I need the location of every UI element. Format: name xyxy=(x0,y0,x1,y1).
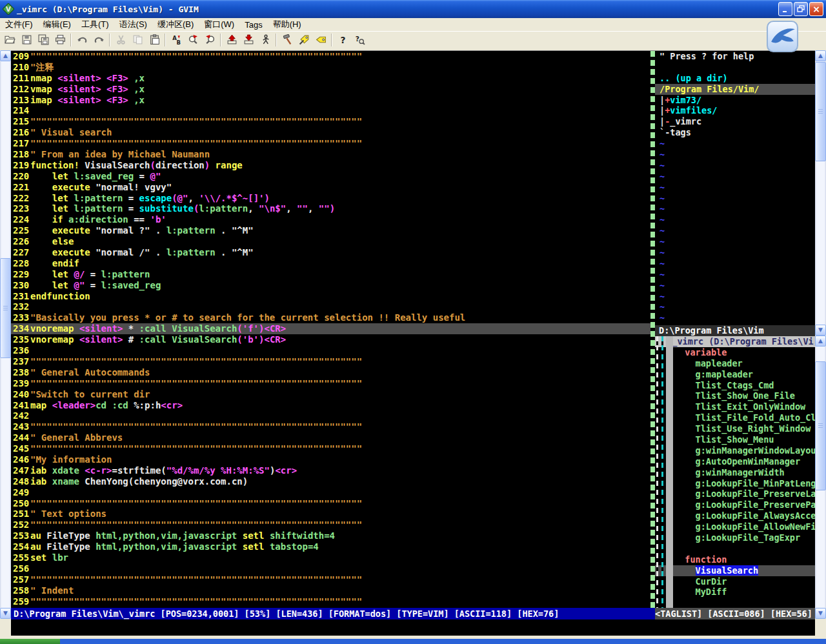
menu-item-1[interactable]: 编辑(E) xyxy=(38,17,76,32)
editor-line[interactable]: 232 xyxy=(11,301,650,312)
taglist-line[interactable] xyxy=(655,543,815,554)
taglist-line[interactable]: VisualSearch xyxy=(655,565,815,576)
menu-item-2[interactable]: 工具(T) xyxy=(76,17,114,32)
build-tags-button[interactable] xyxy=(296,32,312,48)
scroll-up-button[interactable]: ▲ xyxy=(815,50,826,61)
editor-line[interactable]: 237"""""""""""""""""""""""""""""""""""""… xyxy=(11,356,650,367)
taglist-line[interactable]: g:LookupFile_AllowNewFi xyxy=(655,521,815,532)
find-prev-button[interactable] xyxy=(201,32,218,48)
minimize-button[interactable] xyxy=(778,2,792,16)
taglist-line[interactable]: function xyxy=(655,554,815,565)
editor-line[interactable]: 245"""""""""""""""""""""""""""""""""""""… xyxy=(11,443,650,454)
editor-left-scrollbar[interactable]: ▲ ▼ xyxy=(0,50,11,619)
editor-line[interactable]: 247iab xdate <c-r>=strftime("%d/%m/%y %H… xyxy=(11,465,650,476)
vertical-split-separator[interactable] xyxy=(650,51,655,608)
restore-button[interactable] xyxy=(794,2,808,16)
editor-line[interactable]: 251" Text options xyxy=(11,508,650,519)
scroll-down-button[interactable]: ▼ xyxy=(815,325,826,336)
explorer-line[interactable] xyxy=(655,62,815,73)
editor-line[interactable]: 216" Visual search xyxy=(11,127,650,138)
taglist-line[interactable]: Tlist_File_Fold_Auto_Cl xyxy=(655,412,815,423)
editor-line[interactable]: 211nmap <silent> <F3> ,x xyxy=(11,73,650,84)
explorer-line[interactable]: |-_vimrc xyxy=(655,116,815,127)
taglist-line[interactable]: Tlist_Show_Menu xyxy=(655,434,815,445)
editor-line[interactable]: 238" General Autocommands xyxy=(11,367,650,378)
taglist-line[interactable]: Tlist_Ctags_Cmd xyxy=(655,380,815,391)
scroll-up-button[interactable]: ▲ xyxy=(0,50,11,61)
editor-line[interactable]: 246"My information xyxy=(11,454,650,465)
editor-line[interactable]: 220 let l:saved_reg = @" xyxy=(11,171,650,182)
editor-line[interactable]: 259"""""""""""""""""""""""""""""""""""""… xyxy=(11,596,650,607)
menu-item-4[interactable]: 缓冲区(B) xyxy=(152,17,199,32)
taglist-line[interactable]: g:AutoOpenWinManager xyxy=(655,456,815,467)
editor-line[interactable]: 229 let @/ = l:pattern xyxy=(11,269,650,280)
find-next-button[interactable] xyxy=(185,32,201,48)
scroll-up-button[interactable]: ▲ xyxy=(815,336,826,347)
taglist-line[interactable]: variable xyxy=(655,347,815,358)
taskbar-sliver[interactable] xyxy=(0,639,826,644)
editor-line[interactable]: 235vnoremap <silent> # :call VisualSearc… xyxy=(11,334,650,345)
redo-button[interactable] xyxy=(90,32,107,48)
find-replace-button[interactable]: AB xyxy=(168,32,185,48)
menu-item-0[interactable]: 文件(F) xyxy=(0,17,38,32)
taglist-line[interactable]: g:LookupFile_PreservePa xyxy=(655,499,815,510)
undo-button[interactable] xyxy=(74,32,90,48)
run-script-button[interactable] xyxy=(257,32,274,48)
taglist-panel[interactable]: _vimrc (D:\Program Files\Vi variable map… xyxy=(655,336,815,608)
menu-item-6[interactable]: Tags xyxy=(239,19,267,31)
editor-line[interactable]: 223 let l:pattern = substitute(l:pattern… xyxy=(11,203,650,214)
save-session-button[interactable] xyxy=(240,32,257,48)
editor-line[interactable]: 254au FileType html,python,vim,javascrip… xyxy=(11,541,650,552)
editor-line[interactable]: 226 else xyxy=(11,236,650,247)
editor-line[interactable]: 228 endif xyxy=(11,258,650,269)
editor-line[interactable]: 222 let l:pattern = escape(@", '\\/.*$^~… xyxy=(11,193,650,204)
editor-line[interactable]: 231endfunction xyxy=(11,291,650,302)
editor-line[interactable]: 214 xyxy=(11,105,650,116)
taglist-line[interactable]: mapleader xyxy=(655,358,815,369)
save-all-button[interactable] xyxy=(35,32,52,48)
taglist-line[interactable]: g:winManagerWindowLayou xyxy=(655,445,815,456)
title-bar[interactable]: V _vimrc (D:\Program Files\Vim) - GVIM × xyxy=(0,0,826,18)
editor-line[interactable]: 224 if a:direction == 'b' xyxy=(11,214,650,225)
editor-line[interactable]: 217"""""""""""""""""""""""""""""""""""""… xyxy=(11,138,650,149)
editor-line[interactable]: 258" Indent xyxy=(11,585,650,596)
file-explorer-panel[interactable]: " Press ? for help.. (up a dir)/Program … xyxy=(655,51,815,325)
editor-line[interactable]: 244" General Abbrevs xyxy=(11,432,650,443)
editor-line[interactable]: 242 xyxy=(11,410,650,421)
taglist-line[interactable]: Tlist_Show_One_File xyxy=(655,390,815,401)
editor-line[interactable]: 212vmap <silent> <F3> ,x xyxy=(11,84,650,95)
taglist-line[interactable]: CurDir xyxy=(655,576,815,587)
editor-line[interactable]: 227 execute "normal /" . l:pattern . "^M… xyxy=(11,247,650,258)
vim-command-line[interactable] xyxy=(11,619,815,636)
explorer-line[interactable]: |+vimfiles/ xyxy=(655,105,815,116)
editor-line[interactable]: 210"注释 xyxy=(11,62,650,73)
taglist-line[interactable]: g:LookupFile_TagExpr xyxy=(655,532,815,543)
editor-line[interactable]: 236 xyxy=(11,345,650,356)
menu-item-7[interactable]: 帮助(H) xyxy=(268,17,307,32)
taglist-scrollbar[interactable]: ▲ ▼ xyxy=(815,336,826,619)
scroll-down-button[interactable]: ▼ xyxy=(0,608,11,619)
open-button[interactable] xyxy=(1,32,18,48)
editor-line[interactable]: 248iab xname ChenYong(chenyong@vorx.com.… xyxy=(11,476,650,487)
editor-line[interactable]: 253au FileType html,python,vim,javascrip… xyxy=(11,530,650,541)
editor-line[interactable]: 256 xyxy=(11,563,650,574)
editor-line[interactable]: 225 execute "normal ?" . l:pattern . "^M… xyxy=(11,225,650,236)
taglist-line[interactable]: Tlist_Use_Right_Window xyxy=(655,423,815,434)
taglist-line[interactable]: Tlist_Exit_OnlyWindow xyxy=(655,401,815,412)
print-button[interactable] xyxy=(52,32,68,48)
save-button[interactable] xyxy=(18,32,35,48)
start-button-sliver[interactable] xyxy=(0,639,60,644)
close-button[interactable]: × xyxy=(809,2,823,16)
editor-line[interactable]: 249 xyxy=(11,487,650,498)
make-button[interactable] xyxy=(279,32,296,48)
scrollbar-thumb[interactable] xyxy=(815,62,826,161)
explorer-line[interactable]: `-tags xyxy=(655,127,815,138)
taglist-line[interactable]: MyDiff xyxy=(655,587,815,598)
editor-line[interactable]: 241map <leader>cd :cd %:p:h<cr> xyxy=(11,400,650,411)
help-button[interactable]: ? xyxy=(334,32,351,48)
menu-item-5[interactable]: 窗口(W) xyxy=(199,17,239,32)
explorer-scrollbar[interactable]: ▲ ▼ xyxy=(815,50,826,336)
taglist-line[interactable]: g:LookupFile_MinPatLeng xyxy=(655,478,815,489)
taglist-line[interactable]: g:mapleader xyxy=(655,369,815,380)
scroll-down-button[interactable]: ▼ xyxy=(815,608,826,619)
